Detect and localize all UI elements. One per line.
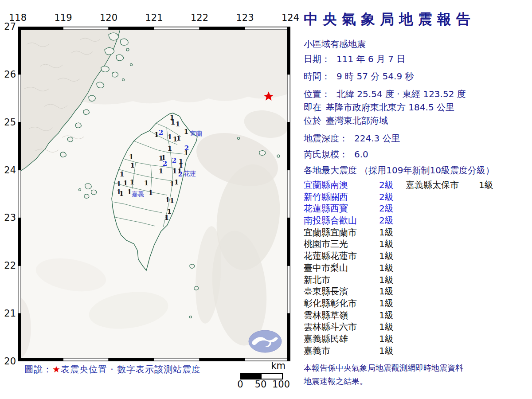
report-panel: 中央氣象局地震報告 小區域有感地震 日期：111 年 6 月 7 日 時間：9 … [304, 0, 528, 399]
station-intensity-marker: 1 [119, 190, 124, 198]
station-intensity-marker: 1 [174, 178, 179, 186]
station-level: 2級 [379, 191, 406, 203]
station-intensity-marker: 2 [159, 129, 163, 137]
station-name: 桃園市三光 [304, 238, 379, 250]
station-name [406, 191, 479, 203]
lon-tick-label: 120 [100, 12, 117, 23]
cwb-wave-logo-icon [249, 330, 282, 352]
time-line: 時間：9 時 57 分 54.9 秒 [304, 70, 414, 82]
lat-tick-label: 20 [1, 356, 16, 367]
lat-tick-label: 26 [1, 69, 16, 80]
station-level: 1級 [379, 250, 406, 262]
station-name [406, 297, 479, 309]
station-intensity-marker: 1 [165, 196, 170, 204]
station-level: 2級 [379, 215, 406, 227]
footer-line2: 地震速報之結果。 [304, 375, 463, 388]
relative-value: 基隆市政府東北東方 184.5 公里 [326, 102, 454, 113]
station-level: 1級 [379, 227, 406, 239]
scalebar-number: 100 [272, 379, 290, 390]
station-name: 嘉義縣太保市 [406, 179, 479, 191]
station-intensity-marker: 1 [117, 180, 121, 188]
lon-tick-label: 121 [145, 12, 163, 23]
lat-tick-label: 23 [1, 212, 16, 223]
station-intensity-marker: 2 [178, 170, 183, 178]
legend-text: 表震央位置 · 數字表示該測站震度 [61, 364, 201, 375]
station-level: 1級 [379, 286, 406, 297]
station-name [406, 203, 479, 215]
position-label: 位置： [304, 88, 330, 100]
legend-prefix: 圖說： [24, 364, 52, 375]
footer-note: 本報告係中央氣象局地震觀測網即時地震資料 地震速報之結果。 [304, 361, 463, 388]
station-intensity-marker: 1 [123, 179, 128, 187]
station-level: 1級 [379, 274, 406, 286]
position-value: 北緯 25.54 度 · 東經 123.52 度 [336, 89, 466, 99]
station-intensity-list: 宜蘭縣南澳2級嘉義縣太保市1級新竹縣關西2級花蓮縣西寶2級南投縣合歡山2級宜蘭縣… [304, 179, 505, 356]
station-level [479, 250, 505, 262]
date-line: 日期：111 年 6 月 7 日 [304, 53, 405, 65]
station-level: 1級 [479, 179, 505, 191]
station-level: 1級 [379, 297, 406, 309]
station-level: 1級 [379, 345, 406, 357]
scalebar-number: 50 [255, 379, 267, 390]
station-level [479, 345, 505, 357]
magnitude-line: 芮氏規模：6.0 [304, 149, 368, 160]
station-name [406, 345, 479, 357]
area-value: 臺灣東北部海域 [326, 115, 388, 126]
station-intensity-marker: 1 [168, 145, 172, 153]
scalebar-black-segment [241, 374, 262, 379]
station-intensity-marker: 2 [172, 156, 176, 164]
lat-tick-label: 24 [1, 165, 16, 176]
earthquake-map: 111211111121112211111112111111111111111 … [18, 27, 290, 361]
station-level [479, 191, 505, 203]
lon-tick-label: 122 [191, 12, 208, 23]
station-name: 宜蘭縣南澳 [304, 179, 379, 191]
lon-tick-label: 119 [54, 12, 72, 23]
station-name [406, 274, 479, 286]
place-label: 嘉義 [132, 190, 144, 197]
station-intensity-marker: 2 [163, 160, 167, 168]
station-name [406, 215, 479, 227]
station-name: 臺中市梨山 [304, 262, 379, 274]
station-name: 嘉義市 [304, 345, 379, 357]
station-level [479, 215, 505, 227]
station-intensity-marker: 1 [171, 118, 175, 126]
station-intensity-marker: 1 [184, 149, 188, 157]
time-value: 9 時 57 分 54.9 秒 [336, 71, 414, 82]
time-label: 時間： [304, 70, 330, 82]
station-name: 嘉義縣民雄 [304, 333, 379, 345]
station-intensity-marker: 1 [170, 180, 174, 188]
station-level: 1級 [379, 321, 406, 333]
station-intensity-marker: 1 [172, 167, 177, 175]
scalebar-number: 0 [237, 379, 243, 390]
station-name [406, 250, 479, 262]
station-intensity-marker: 1 [159, 167, 163, 175]
station-name: 南投縣合歡山 [304, 215, 379, 227]
station-level [479, 321, 505, 333]
station-name: 彰化縣彰化市 [304, 297, 379, 309]
report-subtitle: 小區域有感地震 [304, 38, 366, 50]
relative-label: 即在 [304, 102, 321, 113]
station-level: 1級 [379, 333, 406, 345]
footer-line1: 本報告係中央氣象局地震觀測網即時地震資料 [304, 361, 463, 375]
station-intensity-marker: 1 [120, 170, 124, 178]
magnitude-value: 6.0 [354, 149, 368, 160]
station-level [479, 286, 505, 297]
station-level: 1級 [379, 309, 406, 321]
station-intensity-marker: 1 [164, 214, 169, 222]
date-value: 111 年 6 月 7 日 [336, 54, 405, 64]
station-level [479, 262, 505, 274]
magnitude-label: 芮氏規模： [304, 149, 348, 160]
map-panel: 118119120121122123124 2726252423222120 [0, 0, 299, 399]
station-name: 新竹縣關西 [304, 191, 379, 203]
station-name [406, 309, 479, 321]
station-intensity-marker: 1 [176, 120, 180, 128]
lon-tick-label: 124 [282, 12, 299, 23]
station-intensity-marker: 1 [168, 133, 172, 141]
station-name [406, 286, 479, 297]
station-level: 1級 [379, 262, 406, 274]
station-level [479, 333, 505, 345]
station-name: 雲林縣斗六市 [304, 321, 379, 333]
lat-tick-label: 25 [1, 117, 16, 128]
scalebar-white-segment [262, 374, 282, 379]
station-level [479, 238, 505, 250]
